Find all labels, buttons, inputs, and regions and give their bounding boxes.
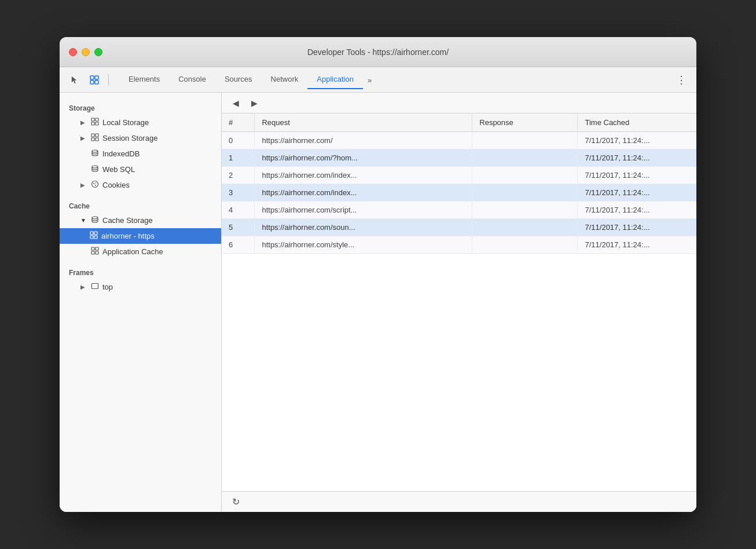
devtools-window: Developer Tools - https://airhorner.com/… <box>60 37 696 512</box>
airhorner-label: airhorner - https <box>101 232 155 240</box>
svg-point-17 <box>96 182 97 184</box>
frame-icon <box>91 282 99 292</box>
cell-time-cached: 7/11/2017, 11:24:... <box>578 149 696 167</box>
table-row[interactable]: 1https://airhorner.com/?hom...7/11/2017,… <box>222 149 696 167</box>
sidebar-item-cache-storage[interactable]: ▼ Cache Storage <box>60 213 221 228</box>
table-row[interactable]: 0https://airhorner.com/7/11/2017, 11:24:… <box>222 132 696 149</box>
cell-response <box>472 202 578 219</box>
tab-network[interactable]: Network <box>262 70 308 89</box>
svg-rect-22 <box>94 236 97 239</box>
grid-icon-airhorner <box>90 231 98 241</box>
cell-response <box>472 219 578 236</box>
expand-arrow-session-storage: ▶ <box>80 135 87 141</box>
svg-rect-25 <box>91 251 94 254</box>
tab-overflow[interactable]: » <box>363 71 376 89</box>
cell-time-cached: 7/11/2017, 11:24:... <box>578 202 696 219</box>
expand-arrow-top: ▶ <box>80 284 87 290</box>
cache-section-label: Cache <box>60 197 221 213</box>
tab-sources[interactable]: Sources <box>215 70 262 89</box>
svg-rect-0 <box>90 76 94 79</box>
cell-response <box>472 167 578 184</box>
table-row[interactable]: 2https://airhorner.com/index...7/11/2017… <box>222 167 696 184</box>
expand-arrow-cookies: ▶ <box>80 182 87 188</box>
svg-rect-24 <box>96 247 98 250</box>
tab-application[interactable]: Application <box>307 70 363 89</box>
cell-request: https://airhorner.com/?hom... <box>255 149 472 167</box>
titlebar: Developer Tools - https://airhorner.com/ <box>60 37 696 67</box>
cell-request: https://airhorner.com/ <box>255 132 472 149</box>
reload-button[interactable]: ↻ <box>229 495 243 509</box>
cell-response <box>472 184 578 202</box>
cursor-icon[interactable] <box>67 72 83 88</box>
expand-arrow-local-storage: ▶ <box>80 119 87 126</box>
svg-rect-23 <box>91 247 94 250</box>
sidebar-item-web-sql[interactable]: ▶ Web SQL <box>60 162 221 177</box>
cell-response <box>472 236 578 254</box>
local-storage-label: Local Storage <box>102 118 149 127</box>
traffic-lights <box>69 48 102 56</box>
svg-point-12 <box>92 150 98 152</box>
cache-table: # Request Response Time Cached 0https://… <box>222 114 696 491</box>
table-row[interactable]: 6https://airhorner.com/style...7/11/2017… <box>222 236 696 254</box>
cell-response <box>472 132 578 149</box>
tab-bar: Elements Console Sources Network Applica… <box>115 70 670 89</box>
cell-request: https://airhorner.com/index... <box>255 167 472 184</box>
cell-time-cached: 7/11/2017, 11:24:... <box>578 184 696 202</box>
sidebar: Storage ▶ Local Storage ▶ <box>60 93 222 512</box>
back-button[interactable]: ◀ <box>229 96 243 110</box>
svg-rect-4 <box>91 118 94 121</box>
db-icon <box>91 149 99 159</box>
frames-section-label: Frames <box>60 264 221 279</box>
sidebar-item-session-storage[interactable]: ▶ Session Storage <box>60 130 221 146</box>
table-row[interactable]: 4https://airhorner.com/script...7/11/201… <box>222 202 696 219</box>
svg-point-16 <box>95 185 96 186</box>
toolbar-divider <box>108 74 109 86</box>
sidebar-item-top[interactable]: ▶ top <box>60 279 221 295</box>
maximize-button[interactable] <box>94 48 102 56</box>
more-options-button[interactable]: ⋮ <box>673 72 689 88</box>
cell-request: https://airhorner.com/script... <box>255 202 472 219</box>
forward-button[interactable]: ▶ <box>247 96 261 110</box>
expand-arrow-cache-storage: ▼ <box>80 217 87 224</box>
svg-rect-27 <box>92 284 98 289</box>
table-row[interactable]: 3https://airhorner.com/index...7/11/2017… <box>222 184 696 202</box>
cell-request: https://airhorner.com/soun... <box>255 219 472 236</box>
inspector-icon[interactable] <box>86 72 102 88</box>
db-icon-websql <box>91 164 99 174</box>
svg-rect-2 <box>90 80 94 84</box>
main-layout: Storage ▶ Local Storage ▶ <box>60 93 696 512</box>
svg-rect-10 <box>91 138 94 141</box>
content-panel: ◀ ▶ # Request Response Time Cached 0 <box>222 93 696 512</box>
sidebar-item-app-cache[interactable]: ▶ Application Cache <box>60 244 221 259</box>
cell-request: https://airhorner.com/index... <box>255 184 472 202</box>
sidebar-item-airhorner[interactable]: airhorner - https <box>60 228 221 244</box>
cell-time-cached: 7/11/2017, 11:24:... <box>578 132 696 149</box>
close-button[interactable] <box>69 48 77 56</box>
requests-table: # Request Response Time Cached 0https://… <box>222 114 696 254</box>
cookies-label: Cookies <box>102 181 130 189</box>
grid-icon-app-cache <box>91 247 99 257</box>
col-header-num: # <box>222 114 255 132</box>
cell-time-cached: 7/11/2017, 11:24:... <box>578 236 696 254</box>
tab-console[interactable]: Console <box>169 70 215 89</box>
sidebar-item-local-storage[interactable]: ▶ Local Storage <box>60 115 221 130</box>
cell-time-cached: 7/11/2017, 11:24:... <box>578 167 696 184</box>
svg-rect-20 <box>94 232 97 235</box>
svg-point-13 <box>92 166 98 168</box>
svg-rect-9 <box>96 134 98 137</box>
tab-elements[interactable]: Elements <box>119 70 169 89</box>
storage-section-label: Storage <box>60 100 221 115</box>
cell-num: 6 <box>222 236 255 254</box>
cell-num: 5 <box>222 219 255 236</box>
cell-num: 1 <box>222 149 255 167</box>
sidebar-item-cookies[interactable]: ▶ Cookies <box>60 177 221 193</box>
app-cache-label: Application Cache <box>102 247 163 256</box>
cache-storage-label: Cache Storage <box>102 216 153 225</box>
svg-rect-3 <box>95 80 98 84</box>
minimize-button[interactable] <box>82 48 90 56</box>
svg-rect-11 <box>96 138 98 141</box>
table-row[interactable]: 5https://airhorner.com/soun...7/11/2017,… <box>222 219 696 236</box>
cell-num: 2 <box>222 167 255 184</box>
sidebar-item-indexeddb[interactable]: ▶ IndexedDB <box>60 146 221 162</box>
col-header-request: Request <box>255 114 472 132</box>
